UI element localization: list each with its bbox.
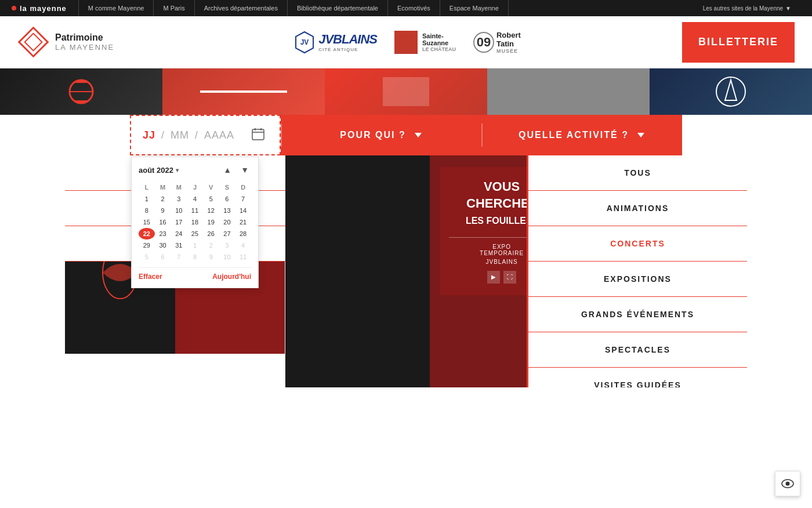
date-mm: MM — [171, 129, 189, 141]
nav-m-comme-mayenne[interactable]: M comme Mayenne — [78, 0, 154, 16]
fullscreen-icon: ⛶ — [503, 271, 516, 284]
calendar-prev-button[interactable]: ▲ — [221, 164, 234, 176]
cal-date-other[interactable]: 7 — [171, 251, 187, 263]
cal-date[interactable]: 19 — [203, 216, 219, 228]
cal-date[interactable]: 28 — [235, 228, 251, 240]
activity-animations[interactable]: ANIMATIONS — [528, 191, 747, 226]
activity-grands-evenements[interactable]: GRANDS ÉVÉNEMENTS — [528, 297, 747, 332]
cal-day-m2: M — [171, 182, 187, 193]
month-dropdown-arrow: ▾ — [176, 167, 179, 173]
cal-date-other[interactable]: 2 — [203, 240, 219, 251]
cal-date-other[interactable]: 8 — [187, 251, 203, 263]
cal-date-other[interactable]: 5 — [139, 251, 155, 263]
activity-visites-guidees[interactable]: VISITES GUIDÉES — [528, 368, 747, 387]
cal-date[interactable]: 29 — [139, 240, 155, 251]
cal-date[interactable]: 16 — [155, 216, 171, 228]
cal-date[interactable]: 26 — [203, 228, 219, 240]
calendar-days-header: L M M J V S D — [139, 182, 251, 193]
calendar-month-label: août 2022 ▾ — [139, 166, 179, 175]
date-filter-area[interactable]: JJ / MM / AAAA août 20 — [130, 115, 281, 155]
cal-date[interactable]: 5 — [203, 193, 219, 205]
cal-date[interactable]: 15 — [139, 216, 155, 228]
nav-autres-sites[interactable]: Les autres sites de la Mayenne ▼ — [694, 5, 800, 12]
calendar-week-6: 5 6 7 8 9 10 11 — [139, 251, 251, 263]
play-icon: ▶ — [487, 271, 500, 284]
cal-date-other[interactable]: 3 — [219, 240, 235, 251]
cal-date-other[interactable]: 11 — [235, 251, 251, 263]
hero-panel-5 — [650, 68, 812, 115]
quelle-activite-options: TOUS ANIMATIONS CONCERTS EXPOSITIONS GRA… — [527, 155, 747, 387]
cal-date[interactable]: 3 — [171, 193, 187, 205]
rt-name: Robert — [496, 31, 521, 39]
cal-date[interactable]: 24 — [171, 228, 187, 240]
calendar-today-button[interactable]: Aujourd'hui — [212, 273, 251, 281]
jvblains-brand: JVBLAINS — [318, 32, 377, 47]
cal-date[interactable]: 18 — [187, 216, 203, 228]
rt-sub: MUSÉE — [496, 48, 521, 54]
cal-date-other[interactable]: 9 — [203, 251, 219, 263]
billetterie-button[interactable]: BILLETTERIE — [682, 22, 795, 63]
nav-bibliotheque[interactable]: Bibliothèque départementale — [288, 0, 388, 16]
cal-date-today[interactable]: 22 — [139, 228, 155, 240]
cal-date[interactable]: 14 — [235, 205, 251, 216]
cal-date[interactable]: 13 — [219, 205, 235, 216]
cal-date[interactable]: 31 — [171, 240, 187, 251]
activity-spectacles[interactable]: SPECTACLES — [528, 332, 747, 368]
nav-m-paris[interactable]: M Paris — [154, 0, 194, 16]
cal-date[interactable]: 10 — [171, 205, 187, 216]
calendar-icon — [252, 128, 264, 143]
calendar-footer: Effacer Aujourd'hui — [139, 267, 251, 281]
cal-date-other[interactable]: 6 — [155, 251, 171, 263]
top-bar-logo[interactable]: la mayenne — [12, 4, 67, 13]
top-bar-nav: M comme Mayenne M Paris Archives départe… — [78, 0, 694, 16]
logo-area[interactable]: Patrimoine LA MAYENNE — [17, 26, 133, 58]
calendar-clear-button[interactable]: Effacer — [139, 273, 162, 281]
ss-name2: Suzanne — [422, 39, 456, 46]
logo-text: la mayenne — [20, 4, 67, 13]
cal-date[interactable]: 4 — [187, 193, 203, 205]
cal-date[interactable]: 25 — [187, 228, 203, 240]
quelle-activite-button[interactable]: QUELLE ACTIVITÉ ? — [483, 115, 682, 155]
calendar-week-1: 1 2 3 4 5 6 7 — [139, 193, 251, 205]
nav-ecomotives[interactable]: Ecomotivés — [388, 0, 440, 16]
activity-tous[interactable]: TOUS — [528, 155, 747, 191]
patrimoine-logo-icon — [17, 26, 49, 58]
cal-date[interactable]: 21 — [235, 216, 251, 228]
cal-date[interactable]: 27 — [219, 228, 235, 240]
svg-rect-10 — [252, 129, 264, 140]
cal-day-m1: M — [155, 182, 171, 193]
nav-espace-mayenne[interactable]: Espace Mayenne — [440, 0, 509, 16]
nav-archives[interactable]: Archives départementales — [195, 0, 288, 16]
activity-expositions[interactable]: EXPOSITIONS — [528, 262, 747, 297]
cal-date[interactable]: 12 — [203, 205, 219, 216]
partner-sainte-suzanne[interactable]: Sainte- Suzanne LE CHÂTEAU — [394, 31, 456, 54]
ss-name1: Sainte- — [422, 32, 456, 39]
cal-date-other[interactable]: 10 — [219, 251, 235, 263]
top-bar: la mayenne M comme Mayenne M Paris Archi… — [0, 0, 812, 16]
rt-name2: Tatin — [496, 39, 521, 48]
cal-date[interactable]: 7 — [235, 193, 251, 205]
cal-date-other[interactable]: 1 — [187, 240, 203, 251]
cal-date[interactable]: 6 — [219, 193, 235, 205]
cal-date-other[interactable]: 4 — [235, 240, 251, 251]
cal-date[interactable]: 17 — [171, 216, 187, 228]
cal-date[interactable]: 23 — [155, 228, 171, 240]
partner-jvblains[interactable]: JV JVBLAINS CITÉ ANTIQUE — [295, 31, 377, 54]
partner-robert-tatin[interactable]: 09 Robert Tatin MUSÉE — [473, 31, 521, 54]
calendar-week-3: 15 16 17 18 19 20 21 — [139, 216, 251, 228]
logo-text-area: Patrimoine LA MAYENNE — [55, 32, 114, 52]
cal-date[interactable]: 20 — [219, 216, 235, 228]
cal-date[interactable]: 9 — [155, 205, 171, 216]
cal-day-v: V — [203, 182, 219, 193]
pour-qui-button[interactable]: POUR QUI ? — [282, 115, 481, 155]
calendar-week-5: 29 30 31 1 2 3 4 — [139, 240, 251, 251]
cal-date[interactable]: 11 — [187, 205, 203, 216]
cal-date[interactable]: 8 — [139, 205, 155, 216]
cal-date[interactable]: 2 — [155, 193, 171, 205]
dropdown-arrow-icon: ▼ — [785, 5, 791, 12]
cal-date[interactable]: 1 — [139, 193, 155, 205]
activity-concerts[interactable]: CONCERTS — [528, 226, 747, 262]
ss-sub: LE CHÂTEAU — [422, 46, 456, 52]
calendar-next-button[interactable]: ▼ — [238, 164, 251, 176]
cal-date[interactable]: 30 — [155, 240, 171, 251]
